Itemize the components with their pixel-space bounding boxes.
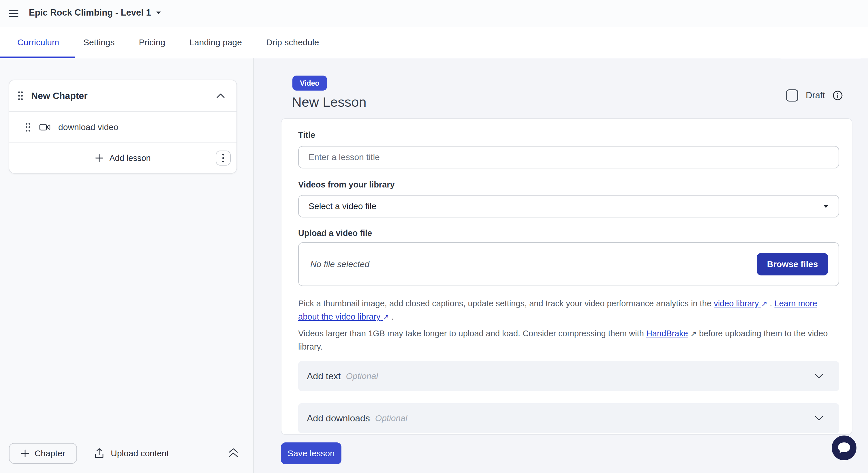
upload-content-label: Upload content [111,448,169,458]
add-downloads-label: Add downloads [307,413,370,424]
optional-tag: Optional [346,371,378,381]
chevron-down-icon [815,374,823,378]
tab-settings[interactable]: Settings [83,37,115,47]
caret-down-icon [156,11,161,14]
video-camera-icon [39,123,51,131]
plus-icon [95,154,103,162]
help-text: Videos larger than 1GB may take longer t… [298,329,646,338]
hamburger-menu-icon[interactable] [9,9,19,19]
tab-list: Curriculum Settings Pricing Landing page… [17,27,319,58]
course-title-text: Epic Rock Climbing - Level 1 [29,7,151,18]
lesson-row[interactable]: download video [9,112,237,143]
curriculum-sidebar: New Chapter download video Add lesson [0,58,254,473]
draft-checkbox[interactable] [786,89,798,101]
no-file-text: No file selected [310,259,369,269]
select-caret-icon [823,204,829,208]
course-builder-app: Epic Rock Climbing - Level 1 Curriculum … [0,0,868,473]
lesson-editor-main: Video New Lesson Draft Title Videos from… [255,58,868,473]
chapter-title: New Chapter [31,91,216,101]
sidebar-footer: Chapter Upload content [0,443,253,464]
compression-help-text: Videos larger than 1GB may take longer t… [298,327,839,353]
page-title: New Lesson [292,94,367,110]
library-field-label: Videos from your library [298,180,395,189]
lesson-form-card: Title Videos from your library Select a … [281,118,852,435]
help-text: Pick a thumbnail image, add closed capti… [298,299,714,308]
file-upload-dropzone[interactable]: No file selected Browse files [298,242,839,286]
chevron-up-icon[interactable] [216,93,225,98]
upload-content-button[interactable]: Upload content [94,443,169,464]
external-link-icon: ↗ [761,297,768,310]
add-chapter-button[interactable]: Chapter [9,443,77,464]
add-downloads-panel[interactable]: Add downloads Optional [298,403,839,433]
lesson-title: download video [58,122,119,132]
add-text-panel[interactable]: Add text Optional [298,361,839,391]
chapter-footer: Add lesson [9,143,237,173]
chat-bubble-icon [832,436,857,460]
handbrake-link[interactable]: HandBrake [646,329,688,338]
help-text: . [767,299,774,308]
double-chevron-up-icon [228,448,239,458]
browse-files-button[interactable]: Browse files [757,253,828,276]
tab-curriculum[interactable]: Curriculum [17,37,59,47]
lesson-type-badge: Video [292,75,327,91]
title-field-label: Title [298,130,315,140]
course-title-dropdown[interactable]: Epic Rock Climbing - Level 1 [29,7,161,18]
kebab-icon [222,153,224,163]
video-library-select-value: Select a video file [309,201,376,211]
tab-landing-page[interactable]: Landing page [189,37,242,47]
help-text: . [389,312,394,321]
chapter-header[interactable]: New Chapter [9,80,237,111]
collapse-all-button[interactable] [228,448,239,459]
add-lesson-label: Add lesson [109,153,151,163]
lesson-form: Title Videos from your library Select a … [298,119,839,434]
drag-handle-icon[interactable] [18,90,23,101]
video-library-select[interactable]: Select a video file [298,195,839,217]
external-link-icon: ↗ [690,327,697,340]
save-lesson-button[interactable]: Save lesson [281,442,341,464]
upload-icon [94,448,104,459]
plus-icon [21,449,29,458]
video-library-link[interactable]: video library ↗ [714,299,767,308]
drag-handle-icon[interactable] [25,121,31,133]
chapter-menu-button[interactable] [216,151,231,165]
add-chapter-label: Chapter [35,448,65,458]
chat-widget-button[interactable] [832,436,857,460]
chevron-down-icon [815,416,823,420]
tab-drip-schedule[interactable]: Drip schedule [266,37,319,47]
add-text-label: Add text [307,371,341,382]
tab-pricing[interactable]: Pricing [139,37,165,47]
draft-label: Draft [806,90,825,101]
chapter-card: New Chapter download video Add lesson [9,80,237,174]
draft-toggle-group: Draft [786,89,843,101]
lesson-title-input[interactable] [298,146,839,168]
upload-field-label: Upload a video file [298,228,372,238]
tab-bar: Curriculum Settings Pricing Landing page… [0,27,868,58]
add-lesson-button[interactable]: Add lesson [95,153,151,163]
info-icon[interactable] [833,90,843,101]
video-library-help-text: Pick a thumbnail image, add closed capti… [298,297,839,324]
optional-tag: Optional [375,413,407,423]
top-bar: Epic Rock Climbing - Level 1 [0,0,868,27]
external-link-icon: ↗ [383,311,389,324]
